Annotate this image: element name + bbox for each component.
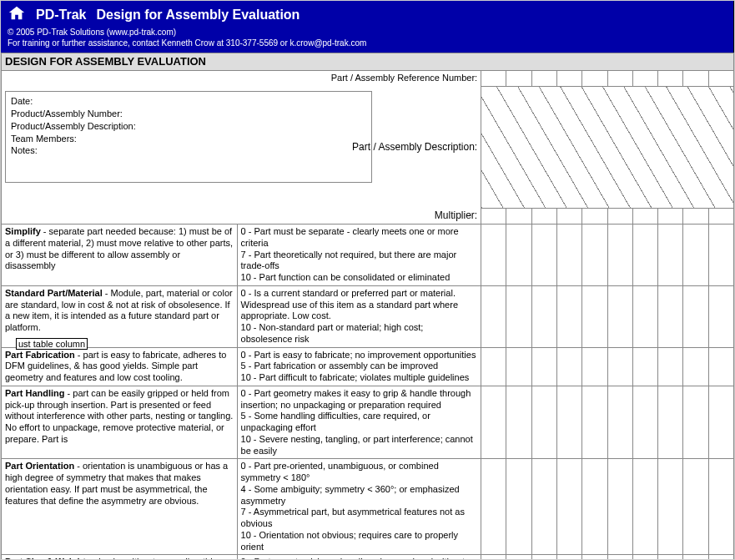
score-cell[interactable] xyxy=(582,225,607,286)
criteria-row: Part Fabrication - part is easy to fabri… xyxy=(2,347,734,386)
score-cell[interactable] xyxy=(658,459,683,555)
score-cell[interactable] xyxy=(556,555,581,559)
multiplier-cell[interactable] xyxy=(506,208,531,225)
score-cell[interactable] xyxy=(683,285,708,347)
multiplier-cell[interactable] xyxy=(708,208,733,225)
ref-number-cell[interactable] xyxy=(632,71,657,86)
ref-number-cell[interactable] xyxy=(506,71,531,86)
score-cell[interactable] xyxy=(683,347,708,386)
criteria-cell: Part Fabrication - part is easy to fabri… xyxy=(2,347,238,386)
score-cell[interactable] xyxy=(481,459,506,555)
score-cell[interactable] xyxy=(506,285,531,347)
score-cell[interactable] xyxy=(531,285,556,347)
score-cell[interactable] xyxy=(658,225,683,286)
score-cell[interactable] xyxy=(607,225,632,286)
score-cell[interactable] xyxy=(481,285,506,347)
multiplier-cell[interactable] xyxy=(683,208,708,225)
score-cell[interactable] xyxy=(582,386,607,459)
score-cell[interactable] xyxy=(607,347,632,386)
score-cell[interactable] xyxy=(683,459,708,555)
app-name: PD-Trak xyxy=(36,8,86,23)
score-cell[interactable] xyxy=(506,386,531,459)
criteria-row: Standard Part/Material - Module, part, m… xyxy=(2,285,734,347)
score-cell[interactable] xyxy=(531,347,556,386)
score-cell[interactable] xyxy=(506,555,531,559)
score-cell[interactable] xyxy=(531,459,556,555)
score-cell[interactable] xyxy=(531,386,556,459)
description-diagonal-region[interactable] xyxy=(481,86,734,208)
score-cell[interactable] xyxy=(658,347,683,386)
score-cell[interactable] xyxy=(481,386,506,459)
multiplier-cell[interactable] xyxy=(607,208,632,225)
score-cell[interactable] xyxy=(708,555,733,559)
multiplier-cell[interactable] xyxy=(556,208,581,225)
score-cell[interactable] xyxy=(632,459,657,555)
score-cell[interactable] xyxy=(708,347,733,386)
ref-number-label: Part / Assembly Reference Number: xyxy=(2,71,481,86)
score-cell[interactable] xyxy=(481,347,506,386)
score-cell[interactable] xyxy=(506,347,531,386)
score-cell[interactable] xyxy=(607,285,632,347)
score-cell[interactable] xyxy=(556,347,581,386)
score-cell[interactable] xyxy=(481,225,506,286)
score-cell[interactable] xyxy=(556,225,581,286)
ref-number-cell[interactable] xyxy=(582,71,607,86)
score-cell[interactable] xyxy=(683,386,708,459)
copyright-text: © 2005 PD-Trak Solutions (www.pd-trak.co… xyxy=(8,28,727,37)
criteria-cell: Part Handling - part can be easily gripp… xyxy=(2,386,238,459)
ref-number-cell[interactable] xyxy=(658,71,683,86)
score-cell[interactable] xyxy=(632,347,657,386)
score-cell[interactable] xyxy=(632,225,657,286)
criteria-cell: Part Size & Weight - size is neither too… xyxy=(2,555,238,559)
score-cell[interactable] xyxy=(582,555,607,559)
multiplier-cell[interactable] xyxy=(582,208,607,225)
multiplier-cell[interactable] xyxy=(632,208,657,225)
multiplier-cell[interactable] xyxy=(658,208,683,225)
score-cell[interactable] xyxy=(481,555,506,559)
ref-number-cell[interactable] xyxy=(607,71,632,86)
score-cell[interactable] xyxy=(658,285,683,347)
score-cell[interactable] xyxy=(607,459,632,555)
score-cell[interactable] xyxy=(531,225,556,286)
criteria-row: Part Handling - part can be easily gripp… xyxy=(2,386,734,459)
score-cell[interactable] xyxy=(556,285,581,347)
app-header: PD-Trak Design for Assembly Evaluation ©… xyxy=(1,1,734,53)
score-cell[interactable] xyxy=(607,386,632,459)
score-cell[interactable] xyxy=(708,285,733,347)
scoring-cell: 0 - Part easy to pick-up, handle using o… xyxy=(237,555,481,559)
score-cell[interactable] xyxy=(607,555,632,559)
score-cell[interactable] xyxy=(582,459,607,555)
page-title: Design for Assembly Evaluation xyxy=(96,8,300,23)
score-cell[interactable] xyxy=(582,347,607,386)
ref-number-cell[interactable] xyxy=(556,71,581,86)
score-cell[interactable] xyxy=(683,555,708,559)
ref-number-cell[interactable] xyxy=(481,71,506,86)
score-cell[interactable] xyxy=(556,459,581,555)
score-cell[interactable] xyxy=(708,386,733,459)
score-cell[interactable] xyxy=(658,386,683,459)
score-cell[interactable] xyxy=(708,225,733,286)
column-tooltip: ust table column xyxy=(16,338,88,350)
score-cell[interactable] xyxy=(582,285,607,347)
score-cell[interactable] xyxy=(632,386,657,459)
criteria-title: Simplify xyxy=(5,226,41,236)
scoring-cell: 0 - Part geometry makes it easy to grip … xyxy=(237,386,481,459)
score-cell[interactable] xyxy=(556,386,581,459)
multiplier-cell[interactable] xyxy=(531,208,556,225)
score-cell[interactable] xyxy=(658,555,683,559)
section-title: DESIGN FOR ASSEMBLY EVALUATION xyxy=(2,53,734,71)
ref-number-cell[interactable] xyxy=(683,71,708,86)
criteria-title: Part Handling xyxy=(5,388,65,398)
ref-number-cell[interactable] xyxy=(708,71,733,86)
score-cell[interactable] xyxy=(632,285,657,347)
score-cell[interactable] xyxy=(506,225,531,286)
score-cell[interactable] xyxy=(683,225,708,286)
multiplier-cell[interactable] xyxy=(481,208,506,225)
score-cell[interactable] xyxy=(708,459,733,555)
ref-number-cell[interactable] xyxy=(531,71,556,86)
criteria-row: Part Size & Weight - size is neither too… xyxy=(2,555,734,559)
score-cell[interactable] xyxy=(531,555,556,559)
score-cell[interactable] xyxy=(506,459,531,555)
score-cell[interactable] xyxy=(632,555,657,559)
home-icon[interactable] xyxy=(8,4,26,26)
